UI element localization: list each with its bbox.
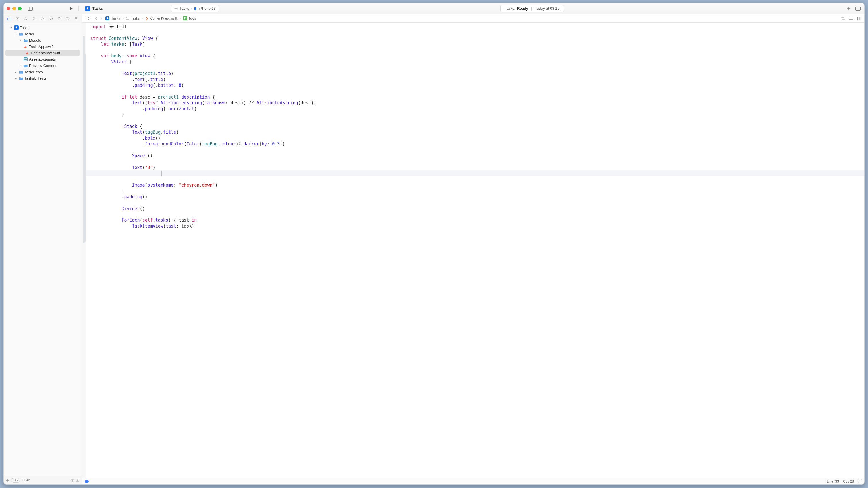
tree-item[interactable]: ▸TasksUITests — [4, 75, 82, 81]
editor-layout-button[interactable] — [857, 17, 861, 20]
debug-navigator-tab[interactable] — [57, 17, 62, 21]
svg-point-12 — [33, 17, 35, 19]
current-line-highlight — [86, 170, 864, 176]
minimize-icon[interactable] — [12, 7, 16, 10]
status-time: Today at 08:19 — [535, 6, 560, 11]
disclosure-icon[interactable]: ▸ — [19, 39, 22, 42]
navigator-tree[interactable]: ▾✱Tasks▾Tasks▸ModelsTasksApp.swiftConten… — [4, 23, 82, 476]
app-icon: ✱ — [105, 17, 110, 21]
tree-item[interactable]: ▸Preview Content — [4, 62, 82, 69]
editor-area: ✱ Tasks › Tasks › ❯ ContentView.swift › … — [82, 14, 864, 484]
project-navigator-tab[interactable] — [7, 17, 12, 21]
filter-input[interactable] — [22, 478, 69, 482]
navigator-filter — [4, 476, 82, 484]
filter-scope-button[interactable] — [11, 478, 20, 483]
fold-ribbon[interactable] — [84, 54, 86, 242]
find-navigator-tab[interactable] — [32, 17, 37, 21]
folder-icon — [19, 77, 23, 80]
tree-item-selected[interactable]: ContentView.swift — [5, 50, 80, 56]
test-navigator-tab[interactable] — [49, 17, 54, 21]
crumb-folder: Tasks — [131, 17, 140, 21]
minimap-toggle-button[interactable] — [858, 480, 861, 483]
tree-item[interactable]: ▾Tasks — [4, 31, 82, 37]
fold-gutter[interactable] — [82, 23, 86, 478]
library-button[interactable] — [855, 5, 861, 12]
code-text: import SwiftUI struct ContentView: View … — [82, 23, 864, 240]
scope-icon — [13, 479, 16, 481]
close-icon[interactable] — [7, 7, 10, 10]
hierarchy-icon — [24, 17, 28, 21]
run-button[interactable] — [67, 5, 74, 12]
svg-marker-2 — [69, 7, 73, 10]
related-items-button[interactable] — [85, 15, 92, 22]
svg-rect-21 — [89, 19, 90, 20]
tree-item[interactable]: ▸Models — [4, 37, 82, 44]
report-navigator-tab[interactable] — [73, 17, 79, 21]
folder-icon — [19, 32, 23, 36]
folder-icon — [126, 17, 129, 20]
tree-item[interactable]: ▾✱Tasks — [4, 24, 82, 31]
assets-icon — [23, 57, 28, 61]
breakpoint-icon — [66, 17, 69, 20]
titlebar: ✱ Tasks Tasks › iPhone 13 Tasks: Ready |… — [4, 3, 864, 14]
adjust-editor-button[interactable] — [849, 17, 854, 20]
swift-icon — [25, 51, 30, 55]
chevron-right-icon: › — [141, 17, 144, 21]
cursor-col-label: Col: 28 — [843, 479, 854, 483]
folder-icon — [7, 17, 11, 21]
svg-rect-6 — [855, 7, 860, 10]
breadcrumb[interactable]: ✱ Tasks › Tasks › ❯ ContentView.swift › … — [105, 16, 196, 21]
disclosure-icon[interactable]: ▸ — [14, 77, 18, 80]
crumb-project: Tasks — [111, 17, 120, 21]
diamond-icon — [50, 17, 53, 21]
recent-filter-button[interactable] — [71, 479, 74, 482]
clock-icon — [71, 479, 74, 482]
arrows-swap-icon — [841, 17, 845, 20]
source-editor[interactable]: import SwiftUI struct ContentView: View … — [82, 23, 864, 478]
project-title-label: Tasks — [92, 6, 103, 11]
issue-navigator-tab[interactable] — [40, 17, 45, 21]
scm-filter-button[interactable] — [76, 479, 79, 482]
device-icon — [194, 7, 197, 10]
chevron-right-icon — [100, 17, 102, 20]
activity-status: Tasks: Ready | Today at 08:19 — [500, 5, 564, 12]
debug-indicator[interactable] — [85, 480, 89, 483]
disclosure-icon[interactable]: ▾ — [14, 32, 18, 36]
status-state: Ready — [517, 6, 528, 11]
sidebar-left-toggle-button[interactable] — [27, 5, 34, 12]
tree-item[interactable]: ▸TasksTests — [4, 69, 82, 75]
disclosure-icon[interactable]: ▸ — [14, 70, 18, 74]
project-icon: ✱ — [14, 25, 19, 30]
zoom-icon[interactable] — [18, 7, 22, 10]
swift-icon: ❯ — [145, 17, 148, 21]
chevron-right-icon: › — [122, 17, 124, 21]
symbol-navigator-tab[interactable] — [23, 17, 28, 21]
disclosure-icon[interactable]: ▾ — [9, 26, 13, 29]
source-control-tab[interactable] — [15, 17, 20, 21]
tree-item[interactable]: TasksApp.swift — [4, 44, 82, 50]
svg-rect-13 — [24, 58, 28, 61]
list-icon — [74, 17, 78, 21]
tree-item-label: Assets.xcassets — [29, 57, 56, 61]
nav-forward-button[interactable] — [100, 17, 102, 20]
scheme-target-label: Tasks — [180, 6, 189, 11]
add-button[interactable] — [845, 5, 852, 12]
folder-icon — [19, 70, 23, 74]
nav-back-button[interactable] — [94, 17, 97, 20]
status-prefix: Tasks: — [505, 6, 515, 11]
tree-item[interactable]: Assets.xcassets — [4, 56, 82, 62]
cursor-line-label: Line: 33 — [827, 479, 839, 483]
plus-icon — [6, 479, 9, 482]
chevron-left-icon — [94, 17, 97, 20]
scheme-device-label: iPhone 13 — [199, 6, 216, 11]
tree-item-label: Tasks — [24, 32, 34, 36]
add-target-button[interactable] — [6, 479, 9, 482]
tree-item-label: ContentView.swift — [31, 51, 60, 55]
chevron-right-icon: › — [179, 17, 181, 21]
breakpoint-navigator-tab[interactable] — [65, 17, 70, 20]
review-changes-button[interactable] — [841, 17, 845, 20]
status-bar: Line: 33 Col: 28 — [82, 478, 864, 484]
magnifier-icon — [32, 17, 36, 21]
scheme-selector[interactable]: Tasks › iPhone 13 — [171, 5, 219, 12]
disclosure-icon[interactable]: ▸ — [19, 64, 22, 67]
